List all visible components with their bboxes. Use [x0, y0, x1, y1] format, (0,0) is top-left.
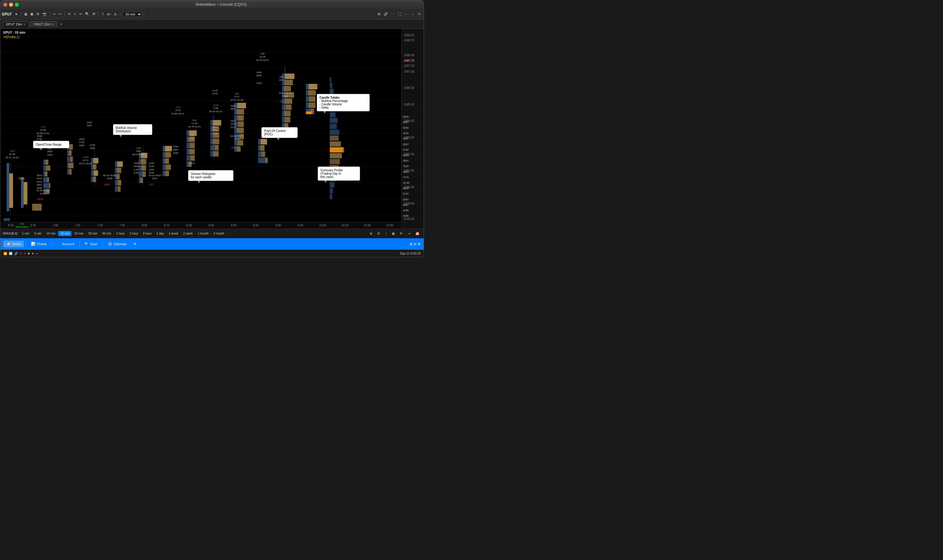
annotation-vol-hist: Volume Histogramfor each candle.	[188, 170, 233, 181]
delta-label-3: -326910.7K65.31 34.69	[79, 156, 92, 165]
magnet-btn[interactable]: ⚒	[91, 11, 97, 17]
tf-cal-btn[interactable]: 📅	[413, 231, 421, 236]
delta-label-6: 53.13 46.876017	[149, 174, 162, 180]
svg-rect-25	[43, 177, 47, 182]
tf-2week[interactable]: 2 week	[181, 231, 195, 236]
tf-1day[interactable]: 1 day	[154, 231, 166, 236]
tf-grid-btn[interactable]: ⊞	[368, 231, 374, 236]
nav-scan[interactable]: 🔍 Scan	[82, 241, 101, 247]
svg-text:2478.00: 2478.00	[404, 217, 414, 220]
camera-btn[interactable]: 📷	[41, 11, 48, 17]
svg-rect-58	[117, 180, 122, 186]
text-controls: T A+ A-	[100, 12, 121, 17]
svg-rect-91	[191, 155, 195, 161]
svg-rect-27	[43, 183, 49, 188]
nav-grid-btn[interactable]: ⊞	[410, 242, 413, 246]
nav-back-btn[interactable]: ←	[404, 12, 409, 17]
tab-epu7-close[interactable]: ✕	[23, 23, 26, 26]
tf-5min[interactable]: 5 min	[32, 231, 44, 236]
tf-15min[interactable]: 15 min	[58, 231, 71, 236]
nav-optimize[interactable]: ⚙️ Optimize	[105, 241, 129, 247]
svg-rect-156	[306, 103, 308, 108]
tab-epu7[interactable]: EPU7 15m ✕	[3, 21, 29, 27]
tab-ymu7-close[interactable]: ✕	[51, 23, 54, 26]
timeframe-select[interactable]: 15 min 1 min 5 min 30 min 1 hour	[123, 11, 142, 17]
redo-btn[interactable]: ↪	[57, 11, 63, 17]
status-dot-orange: ●	[32, 251, 34, 255]
svg-text:12.4K: 12.4K	[403, 181, 410, 185]
svg-rect-22	[46, 166, 50, 171]
link-btn[interactable]: 🔗	[382, 11, 389, 17]
chart-type-btn[interactable]: ▦	[23, 11, 28, 17]
svg-text:4239: 4239	[403, 209, 409, 212]
tf-filter-btn[interactable]: ▦	[390, 231, 397, 236]
svg-rect-63	[139, 159, 140, 165]
font-size-up[interactable]: A+	[106, 12, 112, 17]
delta-label-2e: 61.99 38.0122.2K	[37, 189, 49, 195]
delta-label-2c: 28132513311349513936	[37, 174, 42, 190]
tf-2hour[interactable]: 2 hour	[128, 231, 140, 236]
undo-btn[interactable]: ↩	[52, 11, 57, 17]
svg-rect-87	[190, 143, 195, 148]
tf-20min[interactable]: 20 min	[72, 231, 85, 236]
font-size-down[interactable]: A-	[113, 12, 119, 17]
delta-label-4c: -2438	[103, 183, 109, 186]
maximize-button[interactable]	[15, 3, 19, 7]
draw-btn[interactable]: ✏	[78, 11, 83, 17]
svg-text:3931: 3931	[403, 159, 409, 162]
tf-30min[interactable]: 30 min	[86, 231, 99, 236]
svg-rect-150	[306, 84, 308, 89]
maximize-chart-btn[interactable]: ⛶	[397, 12, 402, 17]
svg-text:7:00: 7:00	[53, 224, 59, 227]
chart-subtitle: VI(Profile,1)	[3, 35, 19, 39]
add-tab-btn[interactable]: +	[59, 22, 63, 27]
pointer-btn[interactable]: ↖	[72, 11, 77, 17]
nav-forward-btn[interactable]: →	[410, 12, 416, 17]
tf-list-btn[interactable]: ☰	[375, 231, 382, 236]
svg-rect-171	[330, 135, 339, 141]
nav-home[interactable]: 🏠 Home	[3, 241, 24, 247]
svg-rect-82	[186, 131, 189, 136]
tf-arrow-btn[interactable]: ⇥	[406, 231, 413, 236]
nav-charts[interactable]: 📊 Charts	[28, 241, 49, 247]
delta-label-1: -57040.3K50.71 49.29	[6, 150, 18, 159]
close-button[interactable]	[3, 3, 7, 7]
tf-3month[interactable]: 3 month	[211, 231, 227, 236]
dropdown-arrow[interactable]: ▼	[13, 12, 19, 17]
svg-rect-143	[282, 111, 284, 116]
svg-text:2485.00: 2485.00	[404, 103, 414, 106]
tf-45min[interactable]: 45 min	[100, 231, 113, 236]
tf-1min[interactable]: 1 min	[20, 231, 31, 236]
bar-type-btn[interactable]: ▣	[29, 11, 34, 17]
tab-ymu7[interactable]: YMU7 15m ✕	[30, 21, 57, 27]
tf-6hour[interactable]: 6 hour	[141, 231, 154, 236]
svg-rect-76	[163, 158, 165, 164]
minimize-button[interactable]	[9, 3, 13, 7]
tf-10min[interactable]: 10 min	[44, 231, 57, 236]
close-chart-btn[interactable]: ✕	[417, 11, 422, 17]
settings-btn[interactable]: ⚙	[35, 11, 40, 17]
tf-1hour[interactable]: 1 hour	[114, 231, 126, 236]
chart-area[interactable]: EPU7 · 15 min VI(Profile,1)	[0, 29, 424, 229]
delta-label-11: 99514.2K46.49 53.51	[256, 52, 269, 62]
chart-layout-btn[interactable]: ⊞	[376, 11, 382, 17]
zoom-btn[interactable]: 🔍	[84, 11, 91, 17]
nav-list-btn[interactable]: ⊟	[414, 242, 416, 246]
svg-rect-161	[330, 77, 331, 82]
svg-rect-15	[4, 218, 10, 221]
svg-rect-38	[67, 163, 68, 168]
nav-settings-btn[interactable]: ⚙	[418, 242, 421, 246]
nav-add-btn[interactable]: +	[131, 241, 139, 247]
text-btn[interactable]: T	[100, 12, 105, 17]
tf-sort-btn[interactable]: ↕	[383, 231, 389, 236]
tf-1month[interactable]: 1 month	[195, 231, 211, 236]
tf-eye-btn[interactable]: 👁	[398, 231, 405, 236]
svg-rect-40	[67, 169, 69, 174]
tf-1week[interactable]: 1 week	[166, 231, 180, 236]
crosshair-btn[interactable]: ✛	[66, 11, 72, 17]
more-btn[interactable]: ⋯	[390, 11, 396, 17]
svg-rect-130	[265, 158, 268, 163]
svg-text:7618: 7618	[403, 165, 409, 168]
nav-account[interactable]: 👤 Account	[54, 241, 77, 247]
svg-rect-84	[186, 137, 188, 142]
